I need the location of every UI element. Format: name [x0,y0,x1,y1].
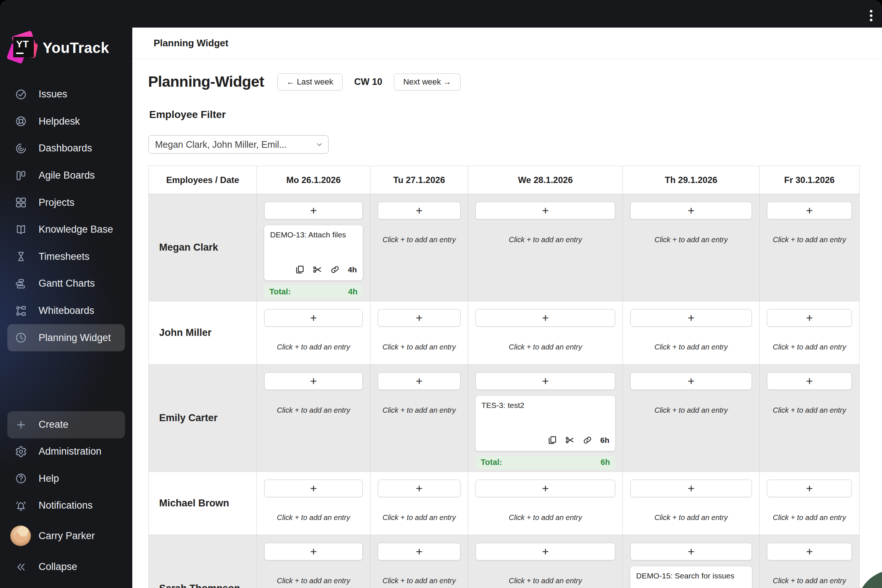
sidebar-item-knowledge-base[interactable]: Knowledge Base [8,216,125,243]
sidebar-item-label: Timesheets [39,251,90,262]
kebab-menu-icon[interactable] [864,8,878,24]
planner-title: Planning-Widget [148,73,264,90]
add-entry-button[interactable]: + [767,372,852,390]
sidebar-item-dashboards[interactable]: Dashboards [8,135,125,162]
add-entry-hint: Click + to add an entry [264,513,363,522]
sidebar-item-notifications[interactable]: Notifications [8,492,125,519]
add-entry-button[interactable]: + [378,372,460,390]
add-entry-hint: Click + to add an entry [264,577,363,585]
create-button[interactable]: Create [8,411,125,438]
add-entry-hint: Click + to add an entry [476,513,615,522]
employee-filter-select[interactable]: Megan Clark, John Miller, Emil... [148,135,328,154]
notifications-icon [15,500,27,512]
day-header: Mo 26.1.2026 [257,166,370,194]
planning-widget-icon [15,332,27,344]
sidebar-item-administration[interactable]: Administration [8,438,125,465]
plus-icon [15,418,27,431]
entry-card[interactable]: DEMO-13: Attach files4h [264,225,363,280]
sidebar: YT YouTrack IssuesHelpdeskDashboardsAgil… [0,0,132,588]
employee-name-cell: John Miller [149,302,257,364]
add-entry-button[interactable]: + [264,309,363,327]
add-entry-hint: Click + to add an entry [767,343,852,351]
user-menu[interactable]: Carry Parker [0,522,132,549]
dashboards-icon [15,142,27,155]
sidebar-item-issues[interactable]: Issues [8,81,125,108]
copy-icon[interactable] [547,435,557,445]
add-entry-hint: Click + to add an entry [264,406,363,414]
add-entry-button[interactable]: + [767,202,852,219]
sidebar-item-label: Helpdesk [39,116,80,127]
sidebar-item-label: Issues [39,88,67,100]
add-entry-button[interactable]: + [378,543,460,560]
sidebar-item-projects[interactable]: Projects [8,189,125,216]
cut-icon[interactable] [312,265,322,274]
table-corner-header: Employees / Date [149,166,257,194]
link-icon[interactable] [330,265,340,274]
add-entry-button[interactable]: + [767,543,852,560]
add-entry-button[interactable]: + [264,202,363,219]
add-entry-button[interactable]: + [264,372,363,390]
knowledge-base-icon [15,224,27,236]
issues-icon [15,88,27,101]
projects-icon [15,196,27,209]
add-entry-button[interactable]: + [767,480,852,497]
sidebar-item-timesheets[interactable]: Timesheets [8,243,125,270]
planning-cell: +DEMO-15: Search for issues [623,535,760,588]
add-entry-button[interactable]: + [476,480,615,497]
total-bar: Total:4h [264,285,363,299]
sidebar-item-helpdesk[interactable]: Helpdesk [8,108,125,135]
planning-cell: +Click + to add an entry [370,535,468,588]
add-entry-button[interactable]: + [378,309,460,327]
app-logo[interactable]: YT YouTrack [8,32,109,63]
add-entry-button[interactable]: + [264,543,363,560]
entry-card[interactable]: DEMO-15: Search for issues [630,566,752,588]
planning-cell: +Click + to add an entry [370,194,468,302]
add-entry-button[interactable]: + [378,202,460,219]
sidebar-item-label: Gantt Charts [39,278,95,289]
add-entry-hint: Click + to add an entry [767,513,852,522]
add-entry-button[interactable]: + [630,202,752,219]
sidebar-item-label: Notifications [39,500,93,511]
sidebar-item-agile-boards[interactable]: Agile Boards [8,162,125,189]
add-entry-button[interactable]: + [767,309,852,327]
sidebar-item-label: Projects [39,197,75,208]
collapse-icon [15,561,27,573]
add-entry-button[interactable]: + [476,372,615,390]
add-entry-button[interactable]: + [630,480,752,497]
planning-cell: +Click + to add an entry [623,472,760,535]
total-bar: Total:6h [476,455,615,469]
planning-cell: +Click + to add an entry [760,472,859,535]
planner-header: Planning-Widget ← Last week CW 10 Next w… [148,73,460,90]
sidebar-footer: AdministrationHelpNotifications [0,438,132,519]
add-entry-button[interactable]: + [476,543,615,560]
add-entry-hint: Click + to add an entry [476,577,615,585]
entry-card[interactable]: TES-3: test26h [476,396,615,451]
add-entry-button[interactable]: + [476,309,615,327]
collapse-label: Collapse [39,561,77,573]
total-label: Total: [269,287,291,297]
cut-icon[interactable] [565,435,575,445]
planning-cell: +Click + to add an entry [370,364,468,472]
collapse-button[interactable]: Collapse [8,554,125,580]
sidebar-nav: IssuesHelpdeskDashboardsAgile BoardsProj… [0,81,132,351]
planning-cell: +Click + to add an entry [760,364,859,472]
sidebar-item-help[interactable]: Help [8,465,125,492]
add-entry-button[interactable]: + [476,202,615,219]
last-week-button[interactable]: ← Last week [278,74,342,90]
sidebar-item-planning-widget[interactable]: Planning Widget [8,324,125,351]
planning-cell: +Click + to add an entry [623,194,760,302]
sidebar-item-gantt-charts[interactable]: Gantt Charts [8,270,125,297]
link-icon[interactable] [582,435,592,445]
add-entry-button[interactable]: + [378,480,460,497]
add-entry-button[interactable]: + [630,309,752,327]
sidebar-item-whiteboards[interactable]: Whiteboards [8,297,125,324]
day-header: Th 29.1.2026 [623,166,760,194]
copy-icon[interactable] [295,265,304,274]
add-entry-button[interactable]: + [630,543,752,560]
add-entry-hint: Click + to add an entry [378,577,460,585]
total-hours: 6h [600,458,610,467]
add-entry-button[interactable]: + [630,372,752,390]
add-entry-button[interactable]: + [264,480,363,497]
add-entry-hint: Click + to add an entry [378,406,460,414]
next-week-button[interactable]: Next week → [394,74,460,90]
